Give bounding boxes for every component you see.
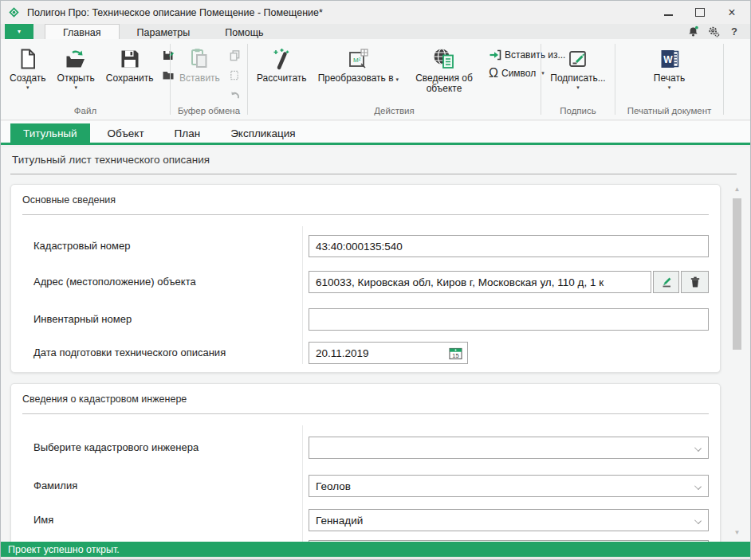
maximize-button[interactable] xyxy=(694,7,706,18)
field-row-address: Адрес (местоположение) объекта xyxy=(11,271,720,293)
insert-from-icon xyxy=(489,49,501,61)
tray-icons: ? xyxy=(686,24,750,39)
inventory-number-input[interactable] xyxy=(309,308,709,331)
field-row-engineer-select: Выберите кадастрового инженера xyxy=(11,437,720,459)
ribbon-group-sign: Подписать... ▾ Подпись xyxy=(541,39,615,119)
svg-text:М²: М² xyxy=(353,57,361,64)
create-button[interactable]: Создать ▾ xyxy=(4,42,52,91)
field-row-cadastral: Кадастровый номер xyxy=(11,235,720,257)
delete-address-button[interactable] xyxy=(681,271,709,293)
chevron-down-icon xyxy=(694,483,702,490)
group-label-file: Файл xyxy=(1,106,170,119)
caret-down-icon: ▾ xyxy=(668,84,671,91)
panel-divider xyxy=(22,413,709,414)
engineer-select-dropdown[interactable] xyxy=(309,437,709,459)
ribbon-group-print: W Печать ▾ Печатный документ xyxy=(615,39,723,119)
settings-gear-icon[interactable] xyxy=(707,25,720,38)
tab-obyekt[interactable]: Объект xyxy=(95,123,157,143)
menu-tab-pomosch[interactable]: Помощь xyxy=(207,24,281,39)
group-label-clipboard: Буфер обмена xyxy=(171,106,247,119)
field-row-surname: Фамилия Геолов xyxy=(11,475,720,497)
ribbon-group-clipboard: Вставить xyxy=(171,39,247,119)
svg-text:15: 15 xyxy=(452,352,458,359)
undo-button[interactable] xyxy=(227,87,243,103)
save-button[interactable]: Сохранить xyxy=(100,42,159,84)
heading-divider xyxy=(10,174,737,174)
print-button[interactable]: W Печать ▾ xyxy=(648,42,690,91)
caret-down-icon: ▾ xyxy=(396,76,399,82)
object-info-button[interactable]: Сведения об объекте xyxy=(404,42,484,94)
vertical-scrollbar[interactable]: ▲ ▼ xyxy=(731,184,743,538)
surname-dropdown[interactable]: Геолов xyxy=(309,475,709,497)
notifications-bell-icon[interactable] xyxy=(686,25,699,38)
calculate-button[interactable]: Рассчитать xyxy=(251,42,313,84)
undo-icon xyxy=(229,89,241,101)
paste-clipboard-icon xyxy=(187,45,212,73)
menu-bar: ▾ Главная Параметры Помощь ? xyxy=(1,24,750,39)
status-bar: Проект успешно открыт. xyxy=(1,542,750,557)
minimize-button[interactable] xyxy=(663,7,674,18)
cadastral-number-input[interactable] xyxy=(309,235,709,257)
menu-tabs: Главная Параметры Помощь xyxy=(45,24,281,39)
chevron-down-icon xyxy=(694,517,702,524)
sign-button[interactable]: Подписать... ▾ xyxy=(545,42,611,91)
document-tabs: Титульный Объект План Экспликация xyxy=(1,121,750,145)
ribbon-group-actions: Рассчитать М² Преобразовать в▾ xyxy=(248,39,541,119)
panel-main-info: Основные сведения Кадастровый номер Адре… xyxy=(10,184,721,373)
panel-divider xyxy=(22,214,709,215)
status-message: Проект успешно открыт. xyxy=(8,544,120,555)
address-input[interactable] xyxy=(309,271,651,293)
paste-button[interactable]: Вставить xyxy=(174,42,226,84)
tab-titulny[interactable]: Титульный xyxy=(10,123,90,143)
date-input[interactable]: 20.11.2019 15 xyxy=(309,342,468,364)
chevron-down-icon xyxy=(694,444,702,452)
magic-wand-icon xyxy=(269,45,294,73)
paste-special-button[interactable] xyxy=(227,67,243,83)
word-document-icon: W xyxy=(657,45,682,73)
ribbon: Создать ▾ Открыть ▾ xyxy=(1,39,750,120)
svg-text:W: W xyxy=(663,54,673,65)
tab-eksplikatsiya[interactable]: Экспликация xyxy=(218,123,309,143)
open-folder-icon xyxy=(63,45,88,73)
calendar-icon[interactable]: 15 xyxy=(449,347,462,360)
name-dropdown[interactable]: Геннадий xyxy=(309,509,709,531)
group-label-sign: Подпись xyxy=(541,106,615,119)
paste-special-icon xyxy=(229,69,241,81)
field-row-date: Дата подготовки технического описания 20… xyxy=(11,342,720,364)
panel-main-title: Основные сведения xyxy=(22,194,116,206)
open-button[interactable]: Открыть ▾ xyxy=(52,42,100,91)
edit-pencil-icon xyxy=(660,276,673,288)
convert-button[interactable]: М² Преобразовать в▾ xyxy=(313,42,404,84)
scrollbar-thumb[interactable] xyxy=(733,198,741,350)
caret-down-icon: ▾ xyxy=(576,84,580,91)
field-row-inventory: Инвентарный номер xyxy=(11,308,720,331)
save-floppy-icon xyxy=(117,45,143,73)
file-menu-button[interactable]: ▾ xyxy=(5,24,33,39)
group-label-actions: Действия xyxy=(248,106,541,119)
close-button[interactable]: × xyxy=(726,7,737,18)
caret-down-icon: ▾ xyxy=(26,84,29,91)
group-label-print: Печатный документ xyxy=(615,106,723,119)
tab-plan[interactable]: План xyxy=(162,123,214,143)
copy-button[interactable] xyxy=(227,47,243,63)
window-controls: × xyxy=(663,7,745,18)
app-window: Полигон Про: Техническое описание Помеще… xyxy=(0,0,751,560)
new-document-icon xyxy=(15,45,41,73)
copy-icon xyxy=(229,49,241,61)
title-bar: Полигон Про: Техническое описание Помеще… xyxy=(1,1,750,24)
caret-down-icon: ▾ xyxy=(74,84,77,91)
menu-tab-parametry[interactable]: Параметры xyxy=(120,24,208,39)
omega-icon: Ω xyxy=(489,67,498,80)
content-area: Титульный лист технического описания Осн… xyxy=(1,147,750,542)
caret-down-icon: ▾ xyxy=(18,28,21,35)
signature-icon xyxy=(565,45,591,73)
scroll-down-arrow[interactable]: ▼ xyxy=(731,527,743,538)
convert-room-icon: М² xyxy=(345,45,371,73)
menu-tab-glavnaya[interactable]: Главная xyxy=(45,24,120,39)
globe-info-icon xyxy=(431,45,457,73)
edit-address-button[interactable] xyxy=(653,271,679,293)
help-icon[interactable]: ? xyxy=(728,25,741,38)
app-logo-icon xyxy=(7,6,21,19)
scroll-up-arrow[interactable]: ▲ xyxy=(731,184,743,195)
panel-engineer-info: Сведения о кадастровом инженере Выберите… xyxy=(10,383,721,542)
